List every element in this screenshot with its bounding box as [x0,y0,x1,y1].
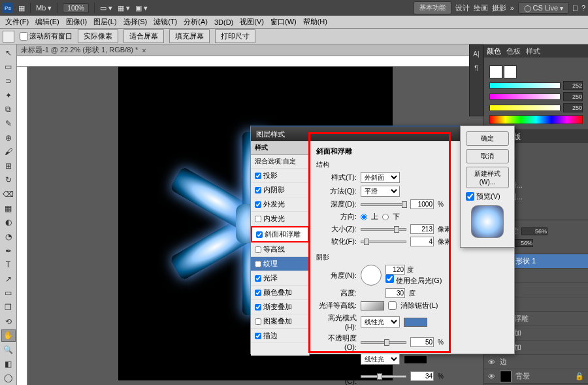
global-light-checkbox[interactable] [385,275,394,283]
new-style-button[interactable]: 新建样式(W)... [466,167,509,188]
scroll-all-checkbox[interactable]: 滚动所有窗口 [20,31,73,41]
menu-file[interactable]: 文件(F) [3,16,31,28]
workspace-paint[interactable]: 绘画 [474,3,488,13]
quickmask-icon[interactable]: ◯ [1,371,16,384]
dodge-tool-icon[interactable]: ◔ [1,230,16,243]
altitude-input[interactable] [385,288,405,298]
shadow-opacity-input[interactable] [410,371,434,381]
soften-slider[interactable] [361,241,406,243]
style-contour[interactable]: 等高线 [251,243,309,257]
style-select[interactable]: 外斜面 [361,172,400,183]
workspace-photo[interactable]: 摄影 [492,3,506,13]
spectrum-bar[interactable] [489,115,583,124]
style-gloss[interactable]: 光泽 [251,271,309,286]
highlight-color-swatch[interactable] [404,318,427,327]
method-select[interactable]: 平滑 [361,186,400,197]
blur-tool-icon[interactable]: ◐ [1,216,16,229]
bg-swatch[interactable] [504,65,517,78]
menu-window[interactable]: 窗口(W) [268,16,299,28]
marquee-tool-icon[interactable]: ▭ [1,61,16,74]
zoom-tool-icon[interactable]: 🔍 [1,343,16,356]
help-icon[interactable]: ? [581,4,585,12]
style-inner-shadow[interactable]: 内阴影 [251,183,309,197]
eyedropper-tool-icon[interactable]: ✎ [1,117,16,130]
angle-wheel[interactable] [361,265,382,286]
style-inner-glow[interactable]: 内发光 [251,212,309,226]
style-gradient-overlay[interactable]: 渐变叠加 [251,300,309,314]
style-bevel-emboss[interactable]: 斜面和浮雕 [251,226,309,243]
zoom-dropdown[interactable]: 100% [63,3,89,13]
yellow-input[interactable] [563,103,583,112]
cancel-button[interactable]: 取消 [466,149,509,163]
depth-slider[interactable] [361,203,406,206]
style-drop-shadow[interactable]: 投影 [251,169,309,183]
style-stroke[interactable]: 描边 [251,329,309,343]
close-tab-icon[interactable]: × [142,46,146,54]
highlight-opacity-input[interactable] [410,337,434,347]
menu-select[interactable]: 选择(S) [121,16,150,28]
fg-bg-swatch-icon[interactable]: ◧ [1,358,16,371]
style-pattern-overlay[interactable]: 图案叠加 [251,314,309,329]
lasso-tool-icon[interactable]: ⊃ [1,75,16,88]
toolbar-icon[interactable]: ▦ [18,4,25,12]
dir-down-radio[interactable] [382,214,389,220]
opacity-input[interactable] [521,227,547,235]
stamp-tool-icon[interactable]: ⊞ [1,159,16,173]
menu-layer[interactable]: 图层(L) [91,16,119,28]
screen-icon[interactable]: ▣ ▾ [135,4,148,12]
move-tool-icon[interactable]: ↖ [1,46,16,59]
menu-filter[interactable]: 滤镜(T) [151,16,180,28]
magenta-input[interactable] [563,92,583,101]
blend-options-item[interactable]: 混合选项:自定 [251,155,309,169]
fg-swatch[interactable] [489,65,502,78]
tab-styles[interactable]: 样式 [526,46,540,56]
view-icon[interactable]: ▭ ▾ [100,4,112,12]
gradient-tool-icon[interactable]: ▦ [1,202,16,215]
print-size-button[interactable]: 打印尺寸 [215,29,255,43]
3d-rotate-icon[interactable]: ⟲ [1,315,16,328]
shadow-mode-select[interactable]: 线性光 [361,354,400,365]
depth-input[interactable] [410,199,434,209]
history-brush-icon[interactable]: ↻ [1,174,16,187]
gloss-contour-picker[interactable] [361,301,384,310]
yellow-slider[interactable] [489,105,561,111]
cslive-button[interactable]: ◯ CS Live ▾ [518,2,569,14]
style-color-overlay[interactable]: 颜色叠加 [251,286,309,300]
actual-pixels-button[interactable]: 实际像素 [78,29,118,43]
char-panel-icon[interactable]: A| [472,50,481,59]
wand-tool-icon[interactable]: ✦ [1,89,16,102]
pen-tool-icon[interactable]: ✒ [1,244,16,258]
menu-3d[interactable]: 3D(D) [212,17,236,27]
antialias-checkbox[interactable] [388,301,397,310]
hand-tool-icon[interactable]: ✋ [1,329,16,343]
type-tool-icon[interactable]: T [1,258,16,271]
ok-button[interactable]: 确定 [466,131,509,146]
workspace-basic[interactable]: 基本功能 [414,1,451,14]
size-slider[interactable] [361,228,406,231]
magenta-slider[interactable] [489,93,561,100]
menu-analysis[interactable]: 分析(A) [181,16,210,28]
menu-help[interactable]: 帮助(H) [301,16,330,28]
menu-edit[interactable]: 编辑(E) [33,16,62,28]
menu-image[interactable]: 图像(I) [63,16,90,28]
highlight-mode-select[interactable]: 线性光 [361,316,400,327]
para-panel-icon[interactable]: ¶ [472,65,481,74]
shadow-color-swatch[interactable] [404,355,427,364]
3d-tool-icon[interactable]: ❒ [1,301,16,314]
preview-checkbox[interactable] [466,192,474,201]
mb-icon[interactable]: Mb ▾ [36,4,52,12]
fit-screen-button[interactable]: 适合屏幕 [123,29,164,43]
tab-swatches[interactable]: 色板 [506,46,521,56]
eraser-tool-icon[interactable]: ⌫ [1,188,16,201]
workspace-design[interactable]: 设计 [455,3,470,13]
crop-tool-icon[interactable]: ⧉ [1,103,16,116]
heal-tool-icon[interactable]: ⊕ [1,131,16,144]
shadow-opacity-slider[interactable] [361,375,406,378]
document-tab[interactable]: 未标题-1 @ 22.2% (形状 1, RGB/8) * × [17,44,483,56]
angle-input[interactable] [385,265,405,275]
cyan-slider[interactable] [489,82,561,89]
collapsed-panel-strip[interactable]: A| ¶ [469,44,483,116]
search-icon[interactable]: ⎕ [573,4,578,12]
shape-tool-icon[interactable]: ▭ [1,287,16,300]
soften-input[interactable] [410,237,434,246]
